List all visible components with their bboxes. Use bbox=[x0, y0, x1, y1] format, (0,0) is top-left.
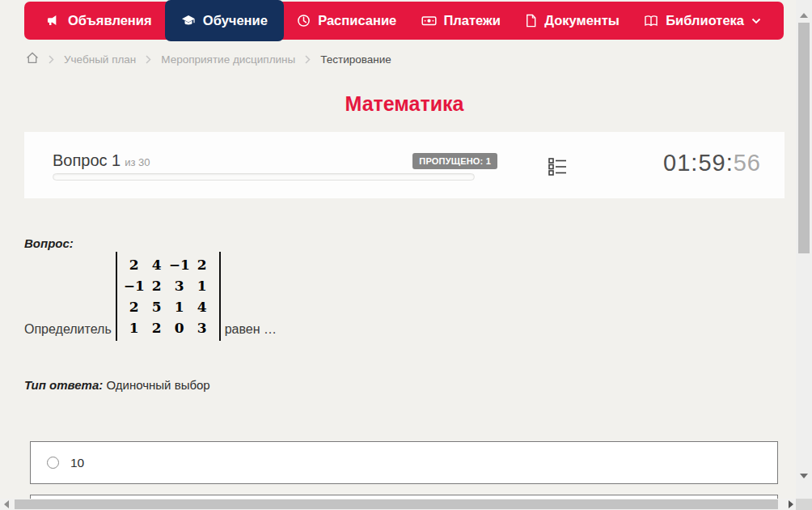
scrollbar-corner bbox=[796, 499, 812, 510]
matrix-cell: 2 bbox=[123, 296, 146, 317]
nav-item-label: Библиотека bbox=[666, 13, 744, 28]
scroll-up-arrow-icon[interactable] bbox=[800, 13, 808, 18]
timer: 01:59:56 bbox=[663, 150, 761, 176]
nav-item-documents[interactable]: Документы bbox=[514, 2, 631, 40]
nav-item-schedule[interactable]: Расписание bbox=[285, 2, 408, 40]
main-navbar: Объявления Обучение Расписание bbox=[24, 2, 784, 40]
scroll-left-arrow-icon[interactable] bbox=[4, 500, 9, 508]
matrix-cell: 4 bbox=[146, 254, 168, 275]
question-list-icon[interactable] bbox=[546, 155, 569, 181]
timer-minutes: 01:59: bbox=[663, 150, 734, 176]
question-header-panel: Вопрос 1из 30 ПРОПУЩЕНО: 1 01:59:56 bbox=[24, 132, 785, 198]
answer-type-value: Одиночный выбор bbox=[106, 378, 209, 392]
vertical-scrollbar[interactable] bbox=[796, 0, 812, 499]
payment-icon bbox=[421, 14, 437, 28]
matrix-cell: 2 bbox=[191, 254, 214, 275]
matrix-cell: 2 bbox=[146, 317, 168, 338]
determinant-matrix: 2 4 −1 2 −1 2 3 1 2 5 1 4 1 2 0 3 bbox=[116, 252, 221, 341]
graduation-cap-icon bbox=[181, 14, 196, 28]
nav-item-label: Обучение bbox=[203, 13, 268, 28]
home-icon[interactable] bbox=[26, 52, 39, 66]
answer-type-label: Тип ответа: bbox=[24, 378, 103, 392]
open-book-icon bbox=[644, 14, 658, 28]
answer-option-1[interactable]: 10 bbox=[30, 441, 778, 484]
question-number: Вопрос 1из 30 bbox=[53, 151, 150, 170]
breadcrumb-item-discipline-event[interactable]: Мероприятие дисциплины bbox=[161, 53, 295, 66]
scroll-right-arrow-icon[interactable] bbox=[789, 500, 793, 508]
question-progress-bar bbox=[53, 173, 475, 181]
breadcrumb-item-study-plan[interactable]: Учебный план bbox=[64, 53, 136, 66]
clock-icon bbox=[297, 14, 311, 28]
answer-type: Тип ответа: Одиночный выбор bbox=[24, 378, 768, 392]
horizontal-scrollbar[interactable] bbox=[0, 499, 796, 510]
answer-option-label: 10 bbox=[70, 456, 84, 470]
page-title: Математика bbox=[24, 92, 785, 116]
skipped-badge: ПРОПУЩЕНО: 1 bbox=[412, 153, 497, 169]
matrix-cell: 2 bbox=[146, 275, 168, 296]
nav-item-library[interactable]: Библиотека bbox=[632, 2, 772, 40]
matrix-cell: 3 bbox=[191, 317, 214, 338]
question-body: Вопрос: Определитель 2 4 −1 2 −1 2 3 1 2… bbox=[24, 236, 768, 392]
scroll-down-arrow-icon[interactable] bbox=[800, 474, 808, 478]
timer-seconds: 56 bbox=[734, 150, 761, 176]
matrix-cell: 3 bbox=[168, 275, 191, 296]
matrix-cell: −1 bbox=[168, 254, 191, 275]
breadcrumb-separator-icon bbox=[49, 55, 54, 64]
nav-item-announcements[interactable]: Объявления bbox=[36, 2, 163, 40]
matrix-cell: 0 bbox=[168, 317, 191, 338]
matrix-cell: 2 bbox=[123, 254, 146, 275]
question-text-before: Определитель bbox=[24, 322, 112, 341]
megaphone-icon bbox=[47, 14, 61, 28]
breadcrumb-separator-icon bbox=[146, 55, 151, 64]
nav-item-label: Документы bbox=[544, 13, 620, 28]
matrix-cell: 1 bbox=[168, 296, 191, 317]
nav-item-payments[interactable]: Платежи bbox=[410, 2, 512, 40]
matrix-cell: 1 bbox=[191, 275, 214, 296]
question-of-total: из 30 bbox=[125, 156, 150, 168]
nav-item-learning[interactable]: Обучение bbox=[165, 0, 284, 41]
radio-button[interactable] bbox=[47, 457, 59, 469]
question-text-after: равен … bbox=[225, 322, 277, 341]
breadcrumb: Учебный план Мероприятие дисциплины Тест… bbox=[26, 51, 391, 67]
horizontal-scrollbar-thumb[interactable] bbox=[15, 499, 778, 509]
question-prompt-label: Вопрос: bbox=[24, 236, 768, 250]
matrix-cell: 4 bbox=[191, 296, 214, 317]
nav-item-label: Платежи bbox=[444, 13, 501, 28]
matrix-cell: 5 bbox=[146, 296, 168, 317]
question-text: Определитель 2 4 −1 2 −1 2 3 1 2 5 1 4 1… bbox=[24, 252, 768, 341]
breadcrumb-item-testing: Тестирование bbox=[320, 53, 391, 66]
chevron-down-icon bbox=[751, 18, 761, 24]
nav-item-label: Расписание bbox=[318, 13, 396, 28]
nav-item-label: Объявления bbox=[68, 13, 152, 28]
matrix-cell: −1 bbox=[123, 275, 146, 296]
matrix-cell: 1 bbox=[123, 317, 146, 338]
breadcrumb-separator-icon bbox=[305, 55, 311, 64]
vertical-scrollbar-thumb[interactable] bbox=[798, 23, 810, 253]
document-icon bbox=[525, 14, 537, 28]
